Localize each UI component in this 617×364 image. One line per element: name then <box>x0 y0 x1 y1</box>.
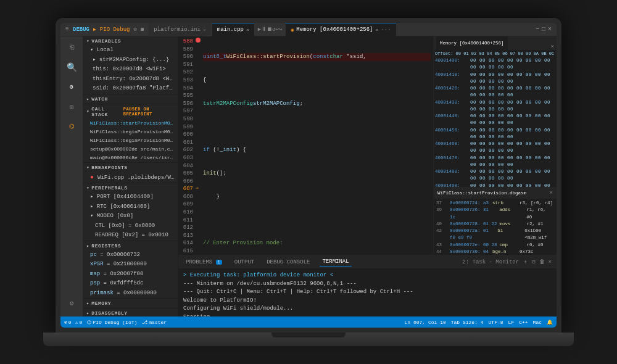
hamburger-icon: ≡ <box>65 26 69 33</box>
callstack-item-4[interactable]: main@0x000000c8e /Users/ikravets... <box>83 154 178 162</box>
main-content: ⎗ 🔍 ⚙ ⊞ ⌬ ⚙ <box>60 36 557 316</box>
minimize-icon[interactable]: − <box>536 26 539 33</box>
memory-nav-arrow-icon: ▸ <box>86 300 89 306</box>
terminal-close-icon[interactable]: × <box>549 259 552 265</box>
activity-pio-icon[interactable]: ⌬ <box>63 118 80 135</box>
title-bar-right: − □ × <box>536 26 552 33</box>
callstack-item-1[interactable]: WiFiClass::beginProvisionM0x000000 <box>83 128 178 136</box>
reg-psp[interactable]: psp = 0xfdfff5dc <box>83 279 178 289</box>
variables-ssid-item[interactable]: ssid: 0x20007fa8 "Platform... <box>83 84 178 94</box>
error-icon: ⊗ <box>64 320 67 325</box>
peripheral-modeo[interactable]: ▾ MODEO [0x0] <box>83 212 178 221</box>
terminal-split-icon[interactable]: ⊟ <box>532 259 535 265</box>
variables-section: ▾ VARIABLES ▾ Local ▸ strM2MAPConfig: {.… <box>83 36 178 94</box>
tab-problems[interactable]: PROBLEMS 1 <box>183 258 225 267</box>
variables-header[interactable]: ▾ VARIABLES <box>83 36 178 46</box>
reg-primask[interactable]: primask = 0x00000000 <box>83 289 178 299</box>
peripheral-ctl[interactable]: CTL [0x0] = 0x0000 <box>83 221 178 231</box>
memory-row-5: 40001450:00 00 00 00 00 00 00 00 00 00 0… <box>435 127 555 141</box>
disasm-close-icon[interactable]: × <box>550 190 553 196</box>
configure-icon[interactable]: ⚙ <box>133 26 136 33</box>
memory-icon: ◉ <box>291 27 294 33</box>
status-right: Ln 607, Col 10 Tab Size: 4 UTF-8 LF C++ … <box>405 320 553 325</box>
status-encoding[interactable]: UTF-8 <box>489 320 503 325</box>
status-pio[interactable]: ⌬ PIO Debug (IoT) <box>87 320 137 325</box>
close-icon[interactable]: × <box>203 27 206 33</box>
tab-main-cpp[interactable]: main.cpp × <box>212 23 254 36</box>
tab-debug-console[interactable]: DEBUG CONSOLE <box>264 258 312 267</box>
activity-debug-icon[interactable]: ⚙ <box>63 78 80 96</box>
terminal-line-0: > Executing task: platformio device moni… <box>183 271 552 280</box>
tab-label-platformio: platformio.ini <box>154 27 201 33</box>
status-branch[interactable]: ⎇ master <box>142 320 167 325</box>
tab-output[interactable]: OUTPUT <box>232 258 257 267</box>
activity-extensions-icon[interactable]: ⊞ <box>63 98 80 115</box>
code-line-595 <box>203 217 431 225</box>
breakpoint-item-0[interactable]: ● WiFi.cpp .plolibdeps/WiFi... 588 <box>83 172 178 183</box>
status-position[interactable]: Ln 607, Col 10 <box>405 320 446 325</box>
status-errors[interactable]: ⊗ 0 ⚠ 0 <box>64 320 82 325</box>
registers-header[interactable]: ▸ REGISTERS <box>83 241 178 250</box>
terminal-line-3: --- Quit: Ctrl+C | Menu: Ctrl+T | Help: … <box>183 288 552 297</box>
memory-close-icon[interactable]: × <box>376 27 379 33</box>
stop-icon[interactable]: ◼ <box>141 26 144 33</box>
variables-thisentry-item[interactable]: thisEntry: 0x20007d8 <WiFi> <box>83 75 178 85</box>
breakpoints-header[interactable]: ▾ BREAKPOINTS <box>83 163 178 172</box>
registers-arrow-icon: ▸ <box>86 243 89 249</box>
callstack-item-3[interactable]: setup@0x000002de src/main.cpp <box>83 145 178 154</box>
memory-close-x[interactable]: × <box>551 44 554 50</box>
callstack-item-0[interactable]: WiFiClass::startProvisionM0x00000 <box>83 119 178 128</box>
status-tabsize[interactable]: Tab Size: 4 <box>451 320 484 325</box>
code-text[interactable]: uint8_t WiFiClass::startProvision(const … <box>201 36 433 255</box>
tab-memory[interactable]: ◉ Memory [0x40001400+256] × ··· <box>286 23 395 36</box>
disasm-tab-label[interactable]: WiFiClass::startProvision.dbgasm <box>437 191 526 196</box>
variables-local-item[interactable]: ▾ Local <box>83 46 178 56</box>
activity-files-icon[interactable]: ⎗ <box>63 39 80 56</box>
gutter: ⇒ <box>196 36 201 255</box>
memory-nav-header[interactable]: ▸ MEMORY <box>83 299 178 308</box>
memory-view-tab[interactable]: Memory [0x40001400+256] <box>436 36 508 50</box>
close-icon-main[interactable]: × <box>246 27 249 33</box>
code-line-592: if (!_init) { <box>203 146 431 154</box>
peripheral-readreq[interactable]: READREQ [0x2] = 0x0010 <box>83 231 178 241</box>
peripheral-port[interactable]: ▸ PORT [0x41004400] <box>83 192 178 202</box>
close-window-icon[interactable]: × <box>548 26 552 33</box>
status-language[interactable]: C++ <box>519 320 528 325</box>
memory-content[interactable]: Offset: 00 01 02 03 04 05 06 07 08 09 0A… <box>434 50 557 187</box>
status-bell-icon: 🔔 <box>547 320 553 325</box>
callstack-item-2[interactable]: WiFiClass::beginProvisionM0x000000 <box>83 136 178 145</box>
maximize-icon[interactable]: □ <box>542 26 545 33</box>
terminal-content[interactable]: > Executing task: platformio device moni… <box>178 269 557 316</box>
activity-settings-icon[interactable]: ⚙ <box>63 294 80 312</box>
activity-search-icon[interactable]: 🔍 <box>63 59 80 76</box>
tab-platformio-ini[interactable]: platformio.ini × <box>149 23 210 36</box>
watch-header[interactable]: ▸ WATCH <box>83 94 178 104</box>
debug-label: DEBUG <box>73 27 89 33</box>
disasm-content[interactable]: 370x00000724: a3strbr3, [r0, r4] 390x000… <box>434 199 557 255</box>
memory-row-9: 40001490:00 00 00 00 00 00 00 00 00 00 0… <box>435 183 555 188</box>
pio-label: PIO Debug <box>100 27 130 33</box>
play-icon[interactable]: ▶ <box>93 27 96 32</box>
memory-row-7: 40001470:00 00 00 00 00 00 00 00 00 00 0… <box>435 155 555 169</box>
title-bar-left: ≡ DEBUG ▶ PIO Debug ⚙ ◼ <box>65 26 144 33</box>
terminal-add-icon[interactable]: ＋ <box>523 258 528 266</box>
peripheral-rtc[interactable]: ▸ RTC [0x40001400] <box>83 202 178 212</box>
callstack-header[interactable]: ▾ CALL STACK PAUSED ON BREAKPOINT <box>83 104 178 119</box>
tab-terminal[interactable]: TERMINAL <box>320 257 351 267</box>
peripherals-header[interactable]: ▾ PERIPHERALS <box>83 183 178 192</box>
memory-more-icon[interactable]: ··· <box>381 27 391 33</box>
terminal-trash-icon[interactable]: 🗑 <box>539 259 545 265</box>
variables-this-item[interactable]: this: 0x20007d8 <WiFi> <box>83 65 178 75</box>
pio-status-icon: ⌬ <box>87 320 91 325</box>
reg-msp[interactable]: msp = 0x20007f00 <box>83 270 178 279</box>
status-line-ending[interactable]: LF <box>508 320 515 325</box>
reg-pc[interactable]: pc = 0x00000732 <box>83 250 178 260</box>
status-bar: ⊗ 0 ⚠ 0 ⌬ PIO Debug (IoT) ⎇ master <box>60 316 557 328</box>
variables-strm2map-item[interactable]: ▸ strM2MAPConfig: {...} <box>83 56 178 65</box>
disassembly-header[interactable]: ▸ DISASSEMBLY <box>83 308 178 316</box>
code-line-590: tstrM2MAPConfig strM2MAPConfig; <box>203 100 431 108</box>
code-editor[interactable]: 588 589 590 591 592 593 594 595 596 <box>178 36 433 255</box>
reg-xpsr[interactable]: xPSR = 0x21000000 <box>83 260 178 270</box>
debug-controls[interactable]: ▶⏸⏹↺↩↪ <box>258 26 283 33</box>
status-platform: Mac <box>533 320 542 325</box>
